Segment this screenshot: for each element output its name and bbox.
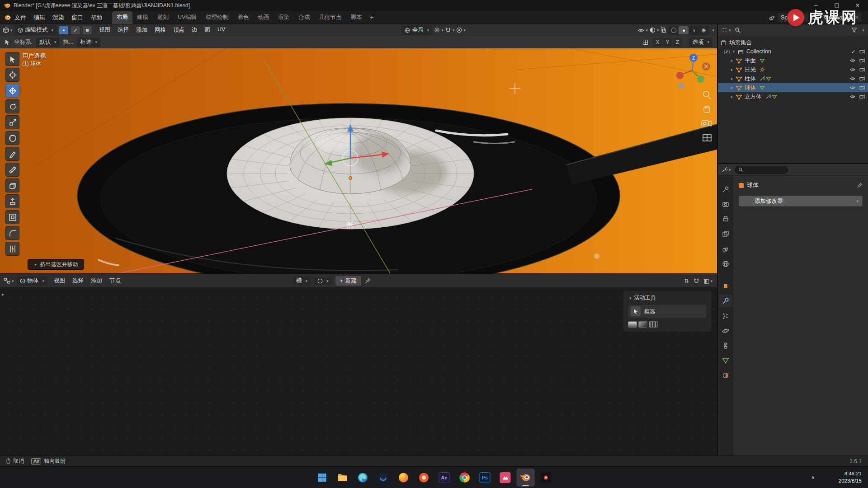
annotate-tool[interactable]	[5, 147, 19, 161]
world-tab[interactable]	[719, 258, 732, 270]
snap-magnet-icon[interactable]: ▾	[445, 27, 455, 33]
hide-render-icon[interactable]	[859, 85, 865, 90]
slot-dropdown[interactable]: 槽▾	[293, 276, 311, 286]
workspace-tab-3[interactable]: UV编辑	[173, 11, 201, 24]
hide-render-icon[interactable]	[859, 76, 865, 81]
transform-tool[interactable]	[5, 131, 19, 145]
hide-render-icon[interactable]	[859, 67, 865, 72]
shader-menu-3[interactable]: 节点	[106, 276, 124, 286]
shader-node-canvas[interactable]: ▸ ▾活动工具 框选	[0, 288, 717, 455]
viewport-3d-canvas[interactable]: Z 用户透视 (1) 球体	[0, 48, 717, 273]
transform-orientation-dropdown[interactable]: 全局▾	[401, 25, 433, 35]
workspace-tab-0[interactable]: 布局	[112, 11, 132, 24]
view-layer-tab[interactable]	[719, 228, 732, 240]
hide-render-icon[interactable]	[859, 58, 865, 63]
orientation-default-dropdown[interactable]: 默认▾	[36, 38, 60, 47]
expand-icon[interactable]: ▸	[730, 85, 734, 90]
object-data-tab[interactable]	[719, 354, 732, 367]
gradient-preset-2[interactable]	[638, 321, 647, 328]
viewport-menu-3[interactable]: 网格	[151, 25, 170, 35]
maximize-button[interactable]	[826, 0, 847, 11]
snap-node-magnet-icon[interactable]	[693, 278, 699, 284]
firefox-icon[interactable]	[395, 469, 413, 487]
properties-type-icon[interactable]: ▾	[722, 167, 731, 173]
measure-tool[interactable]	[5, 163, 19, 177]
material-tab[interactable]	[719, 369, 732, 382]
app-menu-icon[interactable]	[4, 14, 11, 21]
rendered-shading-button[interactable]: ◉	[698, 26, 708, 34]
recorder-app-icon[interactable]	[537, 469, 555, 487]
shading-dropdown-icon[interactable]: ▾	[712, 28, 714, 33]
hide-viewport-icon[interactable]	[849, 85, 856, 90]
add-cube-tool[interactable]	[5, 178, 19, 192]
solid-shading-button[interactable]: ●	[679, 26, 689, 34]
cursor-tool[interactable]	[5, 68, 19, 82]
shader-menu-1[interactable]: 选择	[69, 276, 87, 286]
menu-2[interactable]: 渲染	[49, 12, 68, 23]
new-material-button[interactable]: +新建	[335, 276, 361, 286]
workspace-tab-10[interactable]: 脚本	[346, 11, 366, 24]
tool-tab[interactable]	[719, 183, 732, 196]
collapse-panel-icon[interactable]: ▾	[629, 296, 632, 300]
expand-operator-icon[interactable]: ▸	[35, 262, 37, 267]
shader-menu-2[interactable]: 添加	[87, 276, 106, 286]
scene-selector[interactable]: Scene✕	[778, 13, 808, 22]
pivot-point-icon[interactable]: ▾	[434, 27, 443, 33]
edge-browser-icon[interactable]	[354, 469, 372, 487]
menu-0[interactable]: 文件	[11, 12, 30, 23]
outliner-item-1[interactable]: ▸日光	[718, 65, 868, 74]
mode-dropdown[interactable]: 编辑模式▾	[14, 25, 57, 35]
start-button[interactable]	[313, 469, 331, 487]
hide-viewport-icon[interactable]	[849, 58, 856, 63]
menu-4[interactable]: 帮助	[87, 12, 106, 23]
add-workspace-button[interactable]: +	[366, 14, 377, 21]
proportional-editing-icon[interactable]: ▾	[456, 27, 466, 33]
inset-faces-tool[interactable]	[5, 210, 19, 224]
show-gizmo-icon[interactable]: ▾	[638, 28, 648, 33]
toolbar-toggle-icon[interactable]: ▸	[2, 291, 5, 297]
filter-dropdown-icon[interactable]: ▾	[862, 28, 864, 33]
viewport-scene[interactable]: Z	[0, 48, 717, 273]
gradient-preset-3[interactable]	[649, 321, 658, 328]
node-editor-type-icon[interactable]: ▾	[4, 278, 14, 284]
axis-toggle-0[interactable]: X	[653, 38, 662, 47]
expand-icon[interactable]: ▸	[730, 76, 734, 81]
workspace-tab-6[interactable]: 动画	[253, 11, 274, 24]
constraints-tab[interactable]	[719, 339, 732, 352]
outliner-item-0[interactable]: ▸平面	[718, 56, 868, 65]
workspace-tab-5[interactable]: 着色	[233, 11, 253, 24]
view-layer-selector[interactable]: ViewLayer✕	[820, 13, 862, 22]
swap-arrows-icon[interactable]: ⇅	[684, 277, 689, 284]
object-tab[interactable]	[719, 280, 732, 292]
workspace-tab-2[interactable]: 雕刻	[153, 11, 173, 24]
output-tab[interactable]	[719, 213, 732, 225]
axis-toggle-1[interactable]: Y	[663, 38, 672, 47]
dark-browser-icon[interactable]	[374, 469, 392, 487]
render-tab[interactable]	[719, 198, 732, 211]
workspace-tab-9[interactable]: 几何节点	[314, 11, 346, 24]
viewport-menu-0[interactable]: 视图	[95, 25, 114, 35]
select-box-tool[interactable]	[5, 52, 19, 66]
expand-icon[interactable]: ▸	[730, 58, 734, 63]
axis-toggle-2[interactable]: Z	[673, 38, 682, 47]
outliner-type-icon[interactable]: ▾	[722, 27, 731, 33]
browse-material-icon[interactable]: ▾	[314, 277, 332, 285]
expand-icon[interactable]: ▸	[730, 94, 734, 99]
collection-render-icon[interactable]	[859, 48, 865, 55]
outliner-item-2[interactable]: ▸柱体	[718, 74, 868, 83]
menu-3[interactable]: 窗口	[68, 12, 87, 23]
extrude-region-tool[interactable]	[5, 194, 19, 208]
viewport-menu-6[interactable]: 面	[201, 25, 214, 35]
pink-app-icon[interactable]	[496, 469, 514, 487]
wireframe-shading-button[interactable]: ◯	[669, 26, 679, 34]
outliner-item-3[interactable]: ▸球体	[718, 83, 868, 92]
chrome-icon[interactable]	[456, 469, 474, 487]
drag-action-dropdown[interactable]: 框选▾	[77, 38, 100, 47]
remove-view-layer-icon[interactable]: ✕	[855, 15, 859, 20]
move-tool[interactable]	[5, 84, 19, 98]
collection-expand-icon[interactable]: ▾	[731, 49, 736, 54]
viewport-menu-2[interactable]: 添加	[132, 25, 151, 35]
properties-pin-icon[interactable]	[857, 183, 863, 188]
collection-checkbox[interactable]: ✓	[724, 49, 730, 54]
operator-panel[interactable]: ▸ 挤出选区并移动	[28, 259, 84, 270]
